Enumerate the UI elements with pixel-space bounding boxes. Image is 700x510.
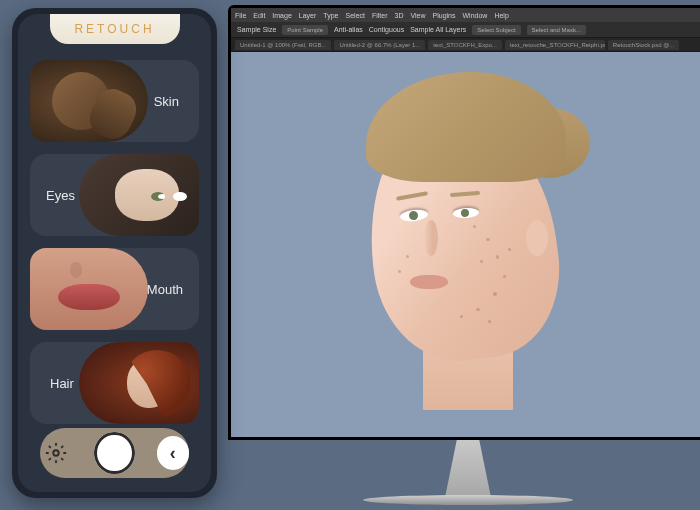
- document-tab[interactable]: Untitled-2 @ 66.7% (Layer 1...: [334, 40, 425, 50]
- bottom-toolbar: ‹: [40, 428, 189, 478]
- tool-sample-dropdown[interactable]: Point Sample: [282, 25, 328, 35]
- category-mouth[interactable]: Mouth: [30, 248, 199, 330]
- settings-icon: [45, 442, 67, 464]
- desktop-monitor: File Edit Image Layer Type Select Filter…: [228, 5, 700, 505]
- category-label: Skin: [154, 94, 179, 109]
- category-label: Mouth: [147, 282, 183, 297]
- menu-select[interactable]: Select: [346, 12, 365, 19]
- document-tab[interactable]: Untitled-1 @ 100% (Fwtl, RGB...: [235, 40, 331, 50]
- select-and-mask-button[interactable]: Select and Mask...: [527, 25, 586, 35]
- tool-contiguous-checkbox[interactable]: Contiguous: [369, 26, 404, 33]
- menu-window[interactable]: Window: [463, 12, 488, 19]
- document-tab[interactable]: text_retouche_STOCKFH_Retphi.psd...: [505, 40, 605, 50]
- category-label: Hair: [50, 376, 74, 391]
- capture-button[interactable]: [94, 432, 134, 474]
- monitor-frame: File Edit Image Layer Type Select Filter…: [228, 5, 700, 440]
- category-hair[interactable]: Hair: [30, 342, 199, 424]
- menu-view[interactable]: View: [411, 12, 426, 19]
- photoshop-options-bar: Sample Size Point Sample Anti-alias Cont…: [231, 22, 700, 38]
- portrait-image: [328, 60, 608, 430]
- eyes-thumbnail: [79, 154, 199, 236]
- app-header: RETOUCH: [50, 14, 180, 44]
- menu-image[interactable]: Image: [272, 12, 291, 19]
- category-skin[interactable]: Skin: [30, 60, 199, 142]
- svg-point-0: [53, 450, 59, 456]
- photoshop-window: File Edit Image Layer Type Select Filter…: [231, 8, 700, 437]
- category-eyes[interactable]: Eyes: [30, 154, 199, 236]
- menu-help[interactable]: Help: [494, 12, 508, 19]
- retouch-category-list: Skin Eyes Mouth Hair: [30, 60, 199, 424]
- menu-plugins[interactable]: Plugins: [433, 12, 456, 19]
- menu-layer[interactable]: Layer: [299, 12, 317, 19]
- tool-sample-all-checkbox[interactable]: Sample All Layers: [410, 26, 466, 33]
- settings-button[interactable]: [40, 436, 72, 470]
- category-label: Eyes: [46, 188, 75, 203]
- hair-thumbnail: [79, 342, 199, 424]
- tool-label: Sample Size: [237, 26, 276, 33]
- photoshop-menubar: File Edit Image Layer Type Select Filter…: [231, 8, 700, 22]
- mouth-thumbnail: [30, 248, 148, 330]
- phone-mockup: RETOUCH Skin Eyes Mouth Hair: [12, 8, 217, 498]
- select-subject-button[interactable]: Select Subject: [472, 25, 520, 35]
- menu-type[interactable]: Type: [323, 12, 338, 19]
- photoshop-canvas[interactable]: [231, 52, 700, 437]
- monitor-base: [363, 495, 573, 505]
- phone-screen: RETOUCH Skin Eyes Mouth Hair: [18, 14, 211, 492]
- tool-antialias-checkbox[interactable]: Anti-alias: [334, 26, 363, 33]
- menu-filter[interactable]: Filter: [372, 12, 388, 19]
- menu-file[interactable]: File: [235, 12, 246, 19]
- menu-3d[interactable]: 3D: [395, 12, 404, 19]
- photoshop-document-tabs: Untitled-1 @ 100% (Fwtl, RGB... Untitled…: [231, 38, 700, 52]
- chevron-left-icon: ‹: [170, 443, 176, 464]
- app-title: RETOUCH: [74, 22, 154, 36]
- skin-thumbnail: [30, 60, 148, 142]
- monitor-stand: [431, 440, 506, 495]
- document-tab[interactable]: RetouchStock.psd @...: [608, 40, 679, 50]
- menu-edit[interactable]: Edit: [253, 12, 265, 19]
- back-button[interactable]: ‹: [157, 436, 189, 470]
- document-tab[interactable]: text_STOCKFH_Expo...: [428, 40, 502, 50]
